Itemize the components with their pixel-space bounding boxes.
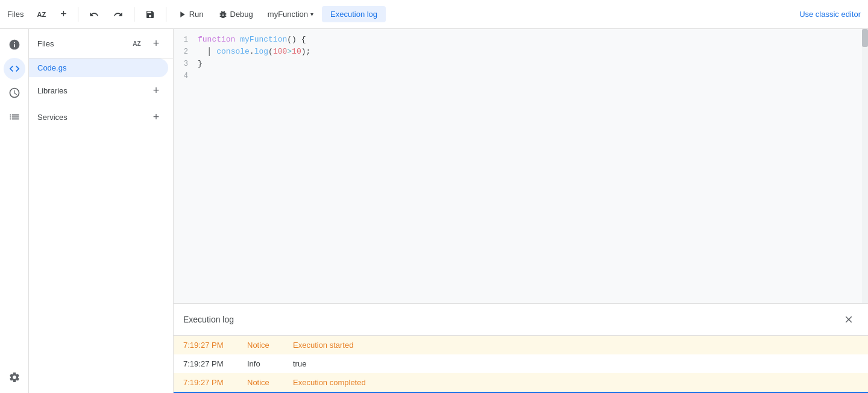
editor-area: 1 function myFunction() { 2 │ console.lo… [174,29,868,393]
files-header-label: Files [37,39,54,48]
line-content-2: │ console.log(100>10); [198,46,310,58]
info-sidebar-button[interactable] [4,34,25,55]
function-selector[interactable]: myFunction ▾ [262,6,319,22]
log-row-2: 7:19:27 PM Info true [174,354,868,373]
chevron-down-icon: ▾ [310,11,313,17]
libraries-section[interactable]: Libraries + [29,77,173,104]
add-new-file-button[interactable]: + [148,35,165,52]
list-icon [8,111,20,123]
log-level-3: Notice [247,378,283,387]
function-name: myFunction [268,10,308,19]
add-service-button[interactable]: + [148,108,165,125]
add-file-button[interactable]: + [54,4,73,24]
classic-editor-link[interactable]: Use classic editor [799,10,861,19]
file-panel-header: Files AZ + [29,29,173,58]
line-number-3: 3 [174,58,198,70]
sort-az-button[interactable]: AZ [31,7,52,22]
add-library-button[interactable]: + [148,82,165,99]
history-controls [83,6,129,23]
execution-log-title: Execution log [183,315,234,324]
undo-button[interactable] [83,6,105,23]
sort-az-icon: AZ [37,11,46,18]
line-content-1: function myFunction() { [198,34,306,46]
editor-scrollbar[interactable] [862,29,868,303]
log-timestamp-3: 7:19:27 PM [183,378,237,387]
add-service-icon: + [153,112,160,122]
log-level-2: Info [247,359,283,368]
code-line-2: 2 │ console.log(100>10); [174,46,868,58]
code-icon [8,63,20,75]
services-section[interactable]: Services + [29,104,173,130]
log-row-3: 7:19:27 PM Notice Execution completed [174,373,868,393]
plus-icon: + [60,8,67,20]
execution-log-close-button[interactable] [839,310,858,329]
libraries-label: Libraries [37,86,68,95]
code-gs-label: Code.gs [37,63,66,72]
add-library-icon: + [153,85,160,96]
debug-button[interactable]: Debug [212,6,259,23]
divider-1 [78,7,78,22]
toolbar: Files AZ + Run Debug myFunction ▾ Exec [0,0,868,29]
log-message-3: Execution completed [293,378,366,387]
add-file-icon: + [153,38,160,49]
services-label: Services [37,113,68,122]
log-row-1: 7:19:27 PM Notice Execution started [174,336,868,354]
log-message-1: Execution started [293,341,353,350]
settings-sidebar-button[interactable] [4,366,25,388]
execution-log-panel: Execution log 7:19:27 PM Notice Executio… [174,303,868,393]
redo-icon [113,10,123,19]
line-content-3: } [198,58,203,70]
line-number-4: 4 [174,70,198,82]
code-sidebar-button[interactable] [4,58,25,80]
main-layout: Files AZ + Code.gs Libraries + Services … [0,29,868,393]
file-panel: Files AZ + Code.gs Libraries + Services … [29,29,174,393]
line-number-2: 2 [174,46,198,58]
debug-icon [218,10,228,19]
toolbar-left: Files [7,10,24,19]
clock-icon [8,87,20,99]
gear-icon [8,371,20,383]
executions-sidebar-button[interactable] [4,106,25,128]
info-icon [8,39,20,51]
sort-files-button[interactable]: AZ [128,35,145,52]
run-button[interactable]: Run [171,6,210,23]
close-icon [843,314,854,325]
divider-3 [166,7,166,22]
run-icon [177,10,187,19]
toolbar-az-btn: AZ + [31,4,72,24]
log-level-1: Notice [247,341,283,350]
execution-log-header: Execution log [174,304,868,336]
line-number-1: 1 [174,34,198,46]
triggers-sidebar-button[interactable] [4,82,25,104]
log-timestamp-2: 7:19:27 PM [183,359,237,368]
undo-icon [89,10,99,19]
redo-button[interactable] [107,6,129,23]
icon-sidebar [0,29,29,393]
log-timestamp-1: 7:19:27 PM [183,341,237,350]
scrollbar-thumb [862,29,868,47]
code-editor[interactable]: 1 function myFunction() { 2 │ console.lo… [174,29,868,303]
file-panel-header-actions: AZ + [128,35,165,52]
execution-log-label: Execution log [330,10,377,19]
code-line-4: 4 [174,70,868,82]
save-icon [145,10,155,19]
divider-2 [134,7,134,22]
save-button[interactable] [139,6,161,23]
run-label: Run [189,10,204,19]
code-line-1: 1 function myFunction() { [174,34,868,46]
log-message-2: true [293,359,306,368]
code-gs-file[interactable]: Code.gs [29,58,168,77]
files-label: Files [7,10,24,19]
sort-icon: AZ [133,40,140,47]
execution-log-button[interactable]: Execution log [322,6,386,22]
debug-label: Debug [230,10,253,19]
code-line-3: 3 } [174,58,868,70]
